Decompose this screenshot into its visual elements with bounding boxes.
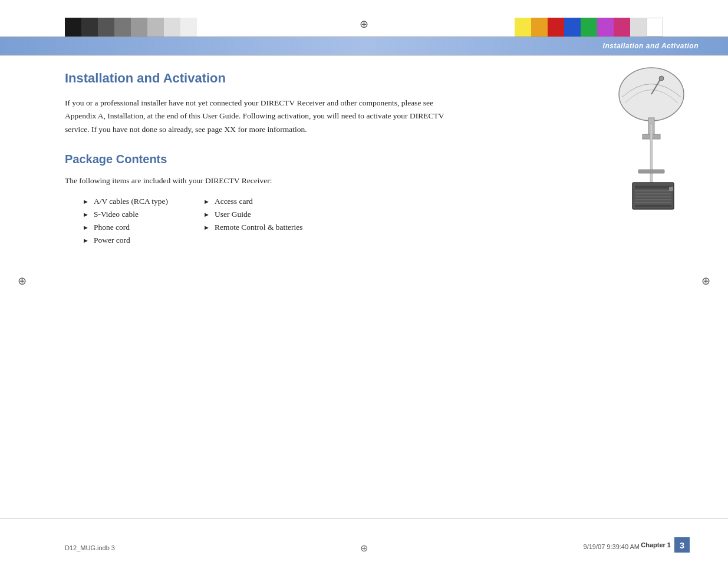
color-swatch-orange [531,18,548,37]
package-contents-title: Package Contents [65,153,663,166]
list-item: ► A/V cables (RCA type) [83,197,168,206]
swatch-5 [131,18,147,37]
satellite-illustration [592,59,710,224]
bullet-text-phone-cord: Phone cord [94,223,130,232]
svg-rect-7 [635,186,671,189]
chapter-number: 3 [680,540,684,550]
reg-mark-top: ⊕ [360,18,368,31]
bullet-text-svideo: S-Video cable [94,210,139,219]
right-swatches [515,18,663,37]
list-item: ► User Guide [203,210,303,219]
bullet-arrow-icon: ► [83,224,89,231]
intro-paragraph: If you or a professional installer have … [65,97,466,136]
swatch-8 [180,18,197,37]
list-item: ► Access card [203,197,303,206]
svg-rect-8 [635,190,671,191]
bullet-arrow-icon: ► [203,198,210,205]
color-swatch-purple [597,18,614,37]
bullet-column-2: ► Access card ► User Guide ► Remote Cont… [203,197,303,245]
bottom-area: D12_MUG.indb 3 ⊕ 9/19/07 9:39:40 AM Chap… [0,518,728,562]
list-item: ► S-Video cable [83,210,168,219]
bullet-text-remote-control: Remote Control & batteries [215,223,303,232]
package-intro-text: The following items are included with yo… [65,174,466,187]
swatch-3 [98,18,114,37]
bottom-right-timestamp: 9/19/07 9:39:40 AM [584,543,640,550]
bullet-list-columns: ► A/V cables (RCA type) ► S-Video cable … [83,197,663,245]
list-item: ► Phone cord [83,223,168,232]
svg-rect-13 [635,205,671,207]
left-swatches [65,18,197,37]
header-band-text: Installation and Activation [603,42,699,50]
svg-rect-12 [635,202,671,203]
bullet-arrow-icon: ► [203,224,210,231]
color-swatch-blue [564,18,581,37]
color-swatch-pink [614,18,630,37]
swatch-2 [81,18,98,37]
svg-rect-5 [650,124,653,189]
color-swatch-lt-gray [630,18,647,37]
swatch-7 [164,18,180,37]
color-swatch-yellow [515,18,531,37]
svg-rect-10 [635,196,671,197]
bullet-column-1: ► A/V cables (RCA type) ► S-Video cable … [83,197,168,245]
bottom-left-filename: D12_MUG.indb 3 [65,544,115,551]
list-item: ► Power cord [83,236,168,245]
swatch-1 [65,18,81,37]
swatch-4 [114,18,131,37]
svg-point-2 [659,76,664,81]
color-swatch-white [647,18,663,37]
reg-mark-right: ⊕ [701,275,710,287]
section-title: Installation and Activation [65,71,663,86]
reg-mark-left: ⊕ [18,275,27,287]
bullet-text-av-cables: A/V cables (RCA type) [94,197,168,206]
header-band: Installation and Activation [0,37,728,55]
bottom-rule-line [0,518,728,518]
color-swatch-red [548,18,564,37]
bullet-arrow-icon: ► [203,211,210,218]
list-item: ► Remote Control & batteries [203,223,303,232]
svg-rect-9 [635,193,671,194]
svg-rect-11 [635,199,671,200]
swatch-6 [147,18,164,37]
main-content: Installation and Activation If you or a … [65,65,663,515]
header-bottom-line [0,55,728,56]
chapter-number-box: 3 [674,537,690,553]
bullet-text-power-cord: Power cord [94,236,130,245]
chapter-label: Chapter 1 [641,541,671,548]
bullet-arrow-icon: ► [83,211,89,218]
reg-mark-bottom: ⊕ [360,543,368,553]
svg-rect-14 [669,187,673,191]
bullet-text-user-guide: User Guide [215,210,251,219]
color-swatch-green [581,18,597,37]
svg-rect-15 [638,170,664,173]
bullet-arrow-icon: ► [83,198,89,205]
bullet-text-access-card: Access card [215,197,253,206]
bullet-arrow-icon: ► [83,237,89,244]
